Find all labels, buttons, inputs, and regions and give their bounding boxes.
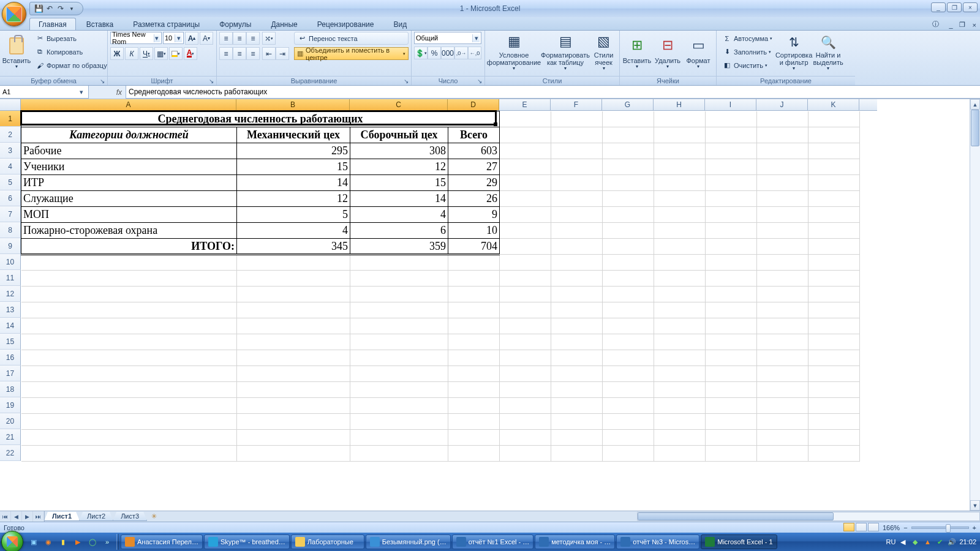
cell[interactable]: [654, 318, 706, 334]
cell[interactable]: [757, 111, 809, 127]
cell[interactable]: [237, 287, 350, 302]
cell[interactable]: [757, 302, 809, 318]
row-header-15[interactable]: 15: [0, 334, 21, 350]
cell[interactable]: [706, 159, 757, 175]
cell[interactable]: [551, 255, 603, 271]
find-select-button[interactable]: 🔍 Найти и выделить▾: [812, 32, 844, 73]
cell[interactable]: [551, 223, 603, 239]
doc-restore-button[interactable]: ❐: [957, 20, 968, 30]
doc-minimize-button[interactable]: _: [946, 20, 955, 30]
cell[interactable]: [809, 414, 860, 430]
font-name-select[interactable]: Times New Rom ▾: [110, 32, 162, 44]
cell[interactable]: [603, 255, 654, 271]
cell[interactable]: [706, 287, 757, 302]
cell[interactable]: [500, 446, 551, 462]
help-icon[interactable]: ⓘ: [930, 18, 941, 30]
grow-font-button[interactable]: A▴: [185, 32, 198, 45]
cell[interactable]: [809, 191, 860, 207]
col-header-I[interactable]: I: [705, 99, 756, 110]
cell[interactable]: [757, 430, 809, 446]
cell[interactable]: [757, 207, 809, 223]
cell[interactable]: [350, 414, 448, 430]
cell[interactable]: [551, 207, 603, 223]
cell[interactable]: [551, 287, 603, 302]
cell[interactable]: [809, 111, 860, 127]
cell[interactable]: [500, 143, 551, 159]
zoom-slider[interactable]: [911, 527, 969, 529]
cell[interactable]: [654, 334, 706, 350]
cell[interactable]: [448, 318, 500, 334]
task-item[interactable]: Лабораторные: [291, 534, 364, 549]
cell[interactable]: [706, 302, 757, 318]
cell[interactable]: 4: [237, 223, 350, 239]
vertical-scrollbar[interactable]: ▲ ▼: [970, 99, 980, 511]
sheet-prev-icon[interactable]: ◀: [11, 511, 22, 522]
cell[interactable]: 295: [237, 143, 350, 159]
row-header-17[interactable]: 17: [0, 365, 21, 381]
cell[interactable]: [237, 302, 350, 318]
col-header-C[interactable]: C: [350, 99, 448, 110]
normal-view-button[interactable]: [843, 523, 854, 531]
cell[interactable]: Сборочный цех: [350, 127, 448, 143]
cell[interactable]: [500, 350, 551, 366]
cell[interactable]: [654, 159, 706, 175]
cell[interactable]: [706, 191, 757, 207]
cell[interactable]: [448, 287, 500, 302]
task-item[interactable]: отчёт №3 - Micros…: [616, 534, 699, 549]
cell[interactable]: [706, 334, 757, 350]
cell[interactable]: [237, 398, 350, 414]
tray-icon[interactable]: ◀: [898, 537, 908, 547]
cut-button[interactable]: ✂ Вырезать: [32, 32, 110, 45]
cell[interactable]: ИТОГО:: [21, 239, 237, 255]
cell[interactable]: [500, 255, 551, 271]
cell[interactable]: 26: [448, 191, 500, 207]
redo-icon[interactable]: ↷: [56, 4, 66, 13]
cell[interactable]: [809, 223, 860, 239]
cell[interactable]: [448, 302, 500, 318]
cell-styles-button[interactable]: ▧ Стили ячеек▾: [590, 32, 617, 73]
tab-данные[interactable]: Данные: [262, 18, 306, 30]
decrease-decimal-button[interactable]: ←,0: [468, 47, 481, 59]
cell[interactable]: [448, 366, 500, 382]
cell[interactable]: [654, 430, 706, 446]
dialog-launcher-icon[interactable]: ↘: [476, 77, 483, 84]
cell[interactable]: [500, 111, 551, 127]
cell[interactable]: [237, 382, 350, 398]
cell[interactable]: [551, 382, 603, 398]
ql-icon[interactable]: ▮: [56, 535, 70, 549]
align-right-button[interactable]: ≡: [246, 47, 260, 60]
cell[interactable]: [500, 191, 551, 207]
start-button[interactable]: [1, 531, 23, 551]
shrink-font-button[interactable]: A▾: [200, 32, 213, 45]
cell[interactable]: [500, 127, 551, 143]
cell[interactable]: Пожарно-сторожевая охрана: [21, 223, 237, 239]
tab-рецензирование[interactable]: Рецензирование: [308, 18, 383, 30]
cell[interactable]: 10: [448, 223, 500, 239]
fill-button[interactable]: ⬇ Заполнить▾: [719, 45, 775, 58]
dialog-launcher-icon[interactable]: ↘: [208, 77, 215, 84]
sheet-tab-лист1[interactable]: Лист1: [44, 512, 80, 521]
cell[interactable]: [706, 143, 757, 159]
font-color-button[interactable]: A▾: [184, 47, 197, 60]
col-header-E[interactable]: E: [499, 99, 551, 110]
zoom-knob[interactable]: [946, 524, 951, 533]
col-header-F[interactable]: F: [551, 99, 602, 110]
cell[interactable]: [706, 255, 757, 271]
cell[interactable]: [551, 302, 603, 318]
copy-button[interactable]: ⧉ Копировать: [32, 45, 110, 58]
tray-icon[interactable]: ▲: [922, 537, 932, 547]
cell[interactable]: 603: [448, 143, 500, 159]
wrap-text-button[interactable]: ↩ Перенос текста: [294, 32, 409, 45]
cell[interactable]: [500, 430, 551, 446]
office-button[interactable]: [2, 2, 26, 26]
row-header-18[interactable]: 18: [0, 381, 21, 397]
row-header-9[interactable]: 9: [0, 238, 21, 254]
cell[interactable]: [500, 239, 551, 255]
scroll-down-icon[interactable]: ▼: [970, 500, 980, 511]
cell[interactable]: [757, 414, 809, 430]
cell[interactable]: [603, 382, 654, 398]
cell[interactable]: [603, 223, 654, 239]
row-header-21[interactable]: 21: [0, 429, 21, 445]
ql-more-icon[interactable]: »: [100, 535, 114, 549]
cell[interactable]: [603, 414, 654, 430]
